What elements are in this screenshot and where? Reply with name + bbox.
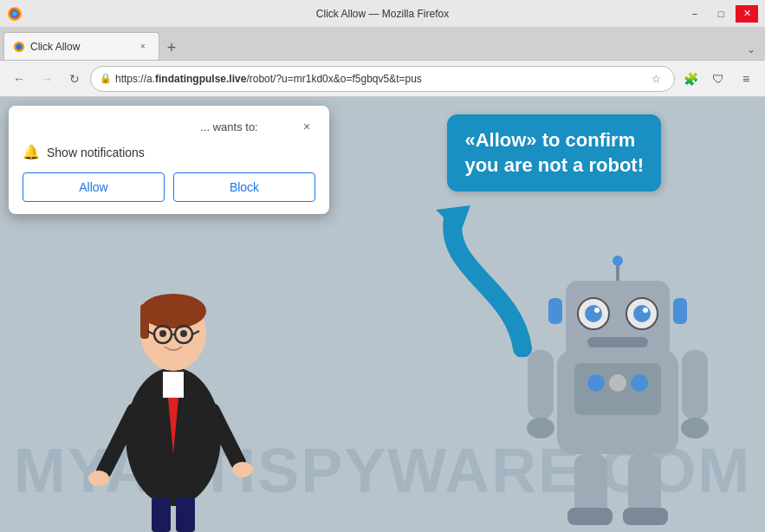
svg-point-31 — [633, 305, 651, 322]
person-figure — [87, 229, 260, 532]
svg-point-32 — [594, 308, 600, 313]
active-tab[interactable]: Click Allow × — [3, 32, 159, 60]
svg-rect-47 — [567, 508, 613, 525]
maximize-button[interactable]: □ — [710, 5, 732, 23]
robot-figure — [522, 255, 713, 532]
svg-rect-41 — [528, 350, 554, 419]
popup-notification-row: 🔔 Show notifications — [23, 144, 315, 160]
shield-button[interactable]: 🛡 — [706, 67, 730, 91]
tab-title: Click Allow — [30, 41, 131, 53]
svg-point-14 — [159, 330, 166, 337]
popup-close-button[interactable]: × — [298, 118, 315, 135]
svg-point-38 — [587, 374, 605, 392]
forward-button[interactable]: → — [35, 67, 59, 91]
title-bar: Click Allow — Mozilla Firefox − □ ✕ — [0, 0, 765, 28]
svg-point-4 — [16, 43, 23, 49]
new-tab-button[interactable]: + — [159, 36, 184, 60]
notification-popup: ... wants to: × 🔔 Show notifications All… — [9, 106, 329, 214]
speech-line2: you are not a robot! — [464, 154, 644, 176]
speech-line1: «Allow» to confirm — [464, 129, 635, 151]
svg-rect-22 — [152, 497, 171, 532]
lock-icon: 🔒 — [100, 73, 112, 84]
tab-bar-right: ⌄ — [741, 39, 762, 60]
page-content: MYANTISPYWARE.COM — [0, 97, 765, 532]
nav-bar-right: 🧩 🛡 ≡ — [678, 67, 758, 91]
svg-rect-34 — [548, 298, 562, 324]
tab-bar: Click Allow × + ⌄ — [0, 28, 765, 61]
svg-point-20 — [232, 462, 253, 477]
svg-point-39 — [609, 374, 626, 392]
tab-favicon — [13, 41, 25, 53]
svg-point-43 — [527, 418, 554, 438]
navigation-bar: ← → ↻ 🔒 https://a.findatingpulse.live/ro… — [0, 61, 765, 97]
svg-rect-35 — [673, 298, 687, 324]
svg-point-40 — [631, 374, 648, 392]
svg-rect-17 — [163, 372, 184, 398]
bookmark-button[interactable]: ☆ — [646, 69, 665, 88]
block-button[interactable]: Block — [173, 172, 315, 202]
list-all-tabs-button[interactable]: ⌄ — [741, 39, 762, 60]
window-controls: − □ ✕ — [684, 5, 758, 23]
title-bar-left — [7, 6, 23, 22]
url-display: https://a.findatingpulse.live/robot/?u=m… — [115, 73, 643, 85]
allow-button[interactable]: Allow — [23, 172, 165, 202]
address-bar-actions: ☆ — [646, 69, 665, 88]
svg-rect-42 — [682, 350, 708, 419]
back-button[interactable]: ← — [7, 67, 31, 91]
svg-point-2 — [12, 11, 17, 16]
svg-rect-46 — [628, 454, 661, 515]
reload-button[interactable]: ↻ — [62, 67, 87, 91]
svg-rect-48 — [623, 508, 668, 525]
svg-point-27 — [613, 256, 623, 266]
arrow-figure — [427, 201, 540, 357]
svg-point-21 — [88, 470, 109, 486]
svg-point-44 — [681, 418, 709, 438]
speech-bubble: «Allow» to confirm you are not a robot! — [447, 114, 661, 191]
svg-point-30 — [585, 305, 602, 322]
popup-title: ... wants to: — [160, 120, 298, 133]
svg-point-15 — [180, 330, 187, 337]
popup-buttons: Allow Block — [23, 172, 315, 202]
address-bar[interactable]: 🔒 https://a.findatingpulse.live/robot/?u… — [90, 66, 675, 92]
extensions-button[interactable]: 🧩 — [678, 67, 703, 91]
minimize-button[interactable]: − — [684, 5, 706, 23]
notification-label: Show notifications — [47, 146, 145, 159]
svg-rect-8 — [140, 304, 149, 339]
svg-rect-36 — [587, 337, 648, 347]
window-title: Click Allow — Mozilla Firefox — [316, 8, 449, 20]
svg-rect-45 — [574, 454, 607, 515]
svg-point-33 — [643, 308, 648, 313]
bell-icon: 🔔 — [23, 144, 40, 160]
close-button[interactable]: ✕ — [736, 5, 758, 23]
more-options-button[interactable]: ≡ — [734, 67, 758, 91]
firefox-icon — [7, 6, 23, 22]
popup-header: ... wants to: × — [23, 118, 315, 135]
svg-point-7 — [140, 294, 206, 328]
tab-close-button[interactable]: × — [136, 40, 150, 54]
svg-rect-23 — [176, 497, 195, 532]
